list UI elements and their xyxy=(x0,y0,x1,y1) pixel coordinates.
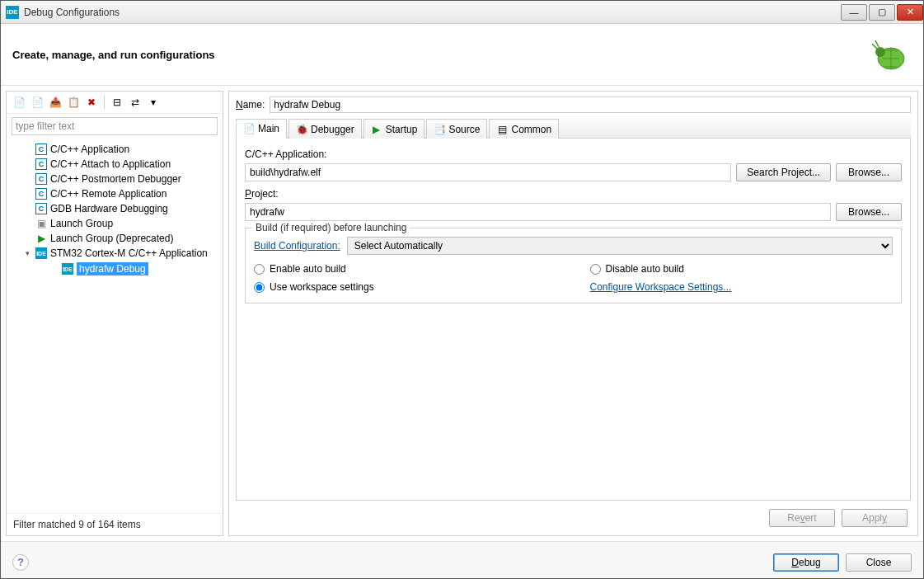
c-icon: C xyxy=(35,188,47,200)
tab-label: Main xyxy=(258,123,279,134)
doc-icon: 📄 xyxy=(243,123,255,134)
tab-startup[interactable]: ▶Startup xyxy=(364,119,425,139)
bug-icon xyxy=(862,34,912,75)
new-proto-icon[interactable]: 📄 xyxy=(30,95,45,110)
radio-use-workspace[interactable]: Use workspace settings xyxy=(254,281,557,293)
tree-item-label: C/C++ Remote Application xyxy=(50,188,167,200)
maximize-button[interactable]: ▢ xyxy=(869,4,895,21)
radio-disable-auto-build[interactable]: Disable auto build xyxy=(590,263,894,275)
tree-item[interactable]: CC/C++ Attach to Application xyxy=(8,157,221,172)
tab-debugger[interactable]: 🐞Debugger xyxy=(288,119,362,139)
ide-icon: IDE xyxy=(6,6,19,19)
search-project-button[interactable]: Search Project... xyxy=(736,163,831,181)
launch-icon: ▶ xyxy=(35,233,47,244)
delete-icon[interactable]: ✖ xyxy=(84,95,99,110)
c-icon: C xyxy=(35,203,47,214)
tab-main[interactable]: 📄Main xyxy=(236,119,287,139)
tree-item[interactable]: CGDB Hardware Debugging xyxy=(8,201,221,216)
tab-label: Startup xyxy=(386,124,418,135)
config-tree[interactable]: CC/C++ ApplicationCC/C++ Attach to Appli… xyxy=(7,139,223,513)
svg-line-2 xyxy=(872,44,877,49)
new-config-icon[interactable]: 📄 xyxy=(12,95,26,110)
filter-input[interactable]: type filter text xyxy=(12,117,218,135)
tab-common[interactable]: ▤Common xyxy=(489,119,559,139)
tree-item-label: C/C++ Attach to Application xyxy=(50,158,171,170)
c-icon: C xyxy=(35,173,47,185)
tree-item-label: hydrafw Debug xyxy=(77,262,148,275)
close-button[interactable]: Close xyxy=(846,553,912,572)
browse-project-button[interactable]: Browse... xyxy=(836,203,902,221)
tree-item[interactable]: ▣Launch Group xyxy=(8,216,221,231)
tree-item-label: Launch Group xyxy=(50,218,113,229)
c-icon: C xyxy=(35,158,47,170)
launch-group-icon: ▣ xyxy=(35,218,47,229)
tree-item[interactable]: CC/C++ Postmortem Debugger xyxy=(8,172,221,186)
header-title: Create, manage, and run configurations xyxy=(12,49,862,61)
source-icon: 📑 xyxy=(434,124,445,135)
project-label: Project: xyxy=(245,188,902,200)
tree-item[interactable]: ▾IDESTM32 Cortex-M C/C++ Application xyxy=(8,246,221,261)
tab-label: Debugger xyxy=(311,124,354,135)
project-input[interactable] xyxy=(245,203,831,221)
filter-icon[interactable]: ⇄ xyxy=(128,95,143,110)
filter-menu-icon[interactable]: ▾ xyxy=(146,95,161,110)
separator xyxy=(104,96,105,109)
right-panel: Name: 📄Main🐞Debugger▶Startup📑Source▤Comm… xyxy=(228,91,918,536)
minimize-button[interactable]: — xyxy=(841,4,867,21)
tab-bar: 📄Main🐞Debugger▶Startup📑Source▤Common xyxy=(236,118,911,139)
build-config-link[interactable]: Build Configuration: xyxy=(254,240,340,252)
tree-item[interactable]: ▶Launch Group (Deprecated) xyxy=(8,231,221,246)
common-icon: ▤ xyxy=(496,124,508,135)
tree-item[interactable]: CC/C++ Application xyxy=(8,142,221,157)
window-title: Debug Configurations xyxy=(24,7,839,18)
dialog-footer: ? Debug Close xyxy=(1,541,923,579)
tree-item-label: STM32 Cortex-M C/C++ Application xyxy=(50,247,208,259)
main-tab-body: C/C++ Application: Search Project... Bro… xyxy=(236,139,911,501)
close-window-button[interactable]: ✕ xyxy=(897,4,923,21)
c-icon: C xyxy=(35,144,47,155)
tree-item-label: GDB Hardware Debugging xyxy=(50,203,168,214)
ide-icon: IDE xyxy=(62,263,73,275)
app-label: C/C++ Application: xyxy=(245,148,902,160)
left-toolbar: 📄 📄 📤 📋 ✖ ⊟ ⇄ ▾ xyxy=(7,92,223,114)
tab-source[interactable]: 📑Source xyxy=(426,119,487,139)
tree-item[interactable]: CC/C++ Remote Application xyxy=(8,186,221,201)
configure-workspace-link[interactable]: Configure Workspace Settings... xyxy=(590,281,894,293)
tab-label: Source xyxy=(448,124,480,135)
collapse-icon[interactable]: ⊟ xyxy=(110,95,124,110)
left-panel: 📄 📄 📤 📋 ✖ ⊟ ⇄ ▾ type filter text CC/C++ … xyxy=(6,91,223,536)
name-label: Name: xyxy=(236,99,265,111)
name-input[interactable] xyxy=(270,96,911,113)
browse-app-button[interactable]: Browse... xyxy=(836,163,902,181)
dialog-header: Create, manage, and run configurations xyxy=(1,24,923,86)
build-group: Build (if required) before launching Bui… xyxy=(245,228,902,304)
tab-label: Common xyxy=(511,124,551,135)
filter-status: Filter matched 9 of 164 items xyxy=(7,513,223,535)
expander-icon[interactable]: ▾ xyxy=(23,249,32,257)
radio-enable-auto-build[interactable]: Enable auto build xyxy=(254,263,557,275)
apply-button[interactable]: Apply xyxy=(842,509,908,527)
tree-item-label: C/C++ Application xyxy=(50,144,129,155)
bug-icon: 🐞 xyxy=(296,124,307,135)
revert-button[interactable]: Revert xyxy=(769,509,835,527)
window-buttons: — ▢ ✕ xyxy=(839,4,923,21)
export-icon[interactable]: 📤 xyxy=(48,95,63,110)
app-input[interactable] xyxy=(245,163,731,181)
tree-item-label: Launch Group (Deprecated) xyxy=(50,233,173,244)
build-config-select[interactable]: Select Automatically xyxy=(347,237,893,255)
debug-button[interactable]: Debug xyxy=(773,553,839,572)
play-icon: ▶ xyxy=(371,124,382,135)
tree-item-label: C/C++ Postmortem Debugger xyxy=(50,173,181,185)
build-group-legend: Build (if required) before launching xyxy=(252,222,410,233)
titlebar: IDE Debug Configurations — ▢ ✕ xyxy=(1,1,923,24)
tree-item[interactable]: IDEhydrafw Debug xyxy=(8,261,221,277)
svg-line-3 xyxy=(875,40,879,47)
duplicate-icon[interactable]: 📋 xyxy=(66,95,81,110)
ide-icon: IDE xyxy=(35,247,47,259)
help-icon[interactable]: ? xyxy=(12,554,29,571)
